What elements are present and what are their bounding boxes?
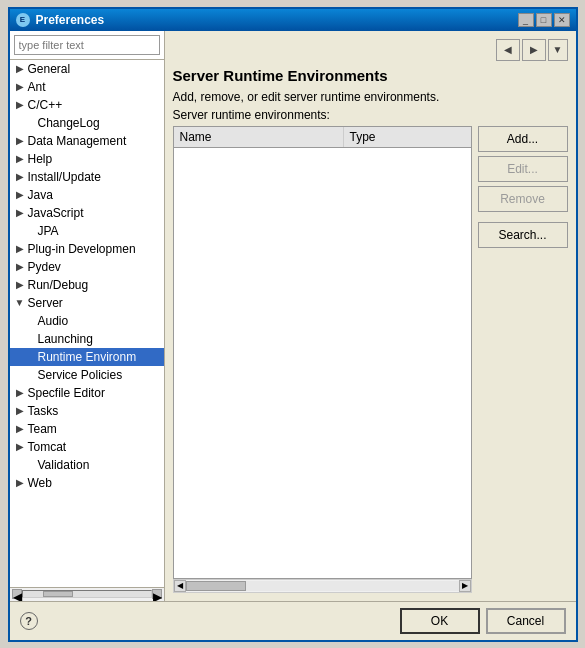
sidebar-item-runtime-env[interactable]: Runtime Environm [10,348,164,366]
scroll-left-arrow[interactable]: ◀ [12,589,22,599]
filter-box [10,31,164,60]
expand-arrow-ant: ▶ [14,81,26,93]
expand-arrow-install: ▶ [14,171,26,183]
expand-arrow-pydev: ▶ [14,261,26,273]
back-button[interactable]: ◀ [496,39,520,61]
edit-button[interactable]: Edit... [478,156,568,182]
scroll-thumb[interactable] [43,591,73,597]
expand-arrow-web: ▶ [14,477,26,489]
sidebar-item-team[interactable]: ▶ Team [10,420,164,438]
expand-arrow-specfile: ▶ [14,387,26,399]
sidebar-label-help: Help [28,152,53,166]
preferences-dropdown-button[interactable]: ▼ [548,39,568,61]
window-title: Preferences [36,13,105,27]
sidebar-item-pydev[interactable]: ▶ Pydev [10,258,164,276]
sidebar-label-install: Install/Update [28,170,101,184]
scroll-track [22,590,152,598]
column-type: Type [344,127,471,147]
sidebar-horizontal-scrollbar[interactable]: ◀ ▶ [10,587,164,601]
sidebar-label-cpp: C/C++ [28,98,63,112]
sidebar-label-team: Team [28,422,57,436]
sidebar-label-validation: Validation [38,458,90,472]
sidebar-item-jpa[interactable]: JPA [10,222,164,240]
sidebar-label-web: Web [28,476,52,490]
help-button[interactable]: ? [20,612,38,630]
expand-arrow-rundebug: ▶ [14,279,26,291]
title-bar: E Preferences _ □ ✕ [10,9,576,31]
sidebar-item-specfile[interactable]: ▶ Specfile Editor [10,384,164,402]
sidebar-item-cpp[interactable]: ▶ C/C++ [10,96,164,114]
sidebar-label-javascript: JavaScript [28,206,84,220]
sidebar-item-plugin[interactable]: ▶ Plug-in Developmen [10,240,164,258]
page-title: Server Runtime Environments [173,67,568,84]
close-button[interactable]: ✕ [554,13,570,27]
title-bar-buttons: _ □ ✕ [518,13,570,27]
sidebar-item-service-policies[interactable]: Service Policies [10,366,164,384]
sidebar-label-java: Java [28,188,53,202]
table-body [174,148,471,575]
sidebar-item-web[interactable]: ▶ Web [10,474,164,492]
sidebar-label-service-policies: Service Policies [38,368,123,382]
sidebar-item-install[interactable]: ▶ Install/Update [10,168,164,186]
table-container[interactable]: Name Type [173,126,472,579]
expand-arrow-server: ▼ [14,297,26,309]
h-scroll-right[interactable]: ▶ [459,580,471,592]
sidebar-label-specfile: Specfile Editor [28,386,105,400]
search-button[interactable]: Search... [478,222,568,248]
h-scroll-left[interactable]: ◀ [174,580,186,592]
expand-arrow-cpp: ▶ [14,99,26,111]
sidebar-item-data-mgmt[interactable]: ▶ Data Management [10,132,164,150]
sidebar-item-tomcat[interactable]: ▶ Tomcat [10,438,164,456]
window-icon: E [16,13,30,27]
sidebar-item-rundebug[interactable]: ▶ Run/Debug [10,276,164,294]
nav-area: ◀ ▶ ▼ [173,39,568,61]
sidebar-label-changelog: ChangeLog [38,116,100,130]
sidebar-item-javascript[interactable]: ▶ JavaScript [10,204,164,222]
sidebar-item-general[interactable]: ▶ General [10,60,164,78]
h-scroll-thumb[interactable] [186,581,246,591]
footer: ? OK Cancel [10,601,576,640]
sidebar-label-rundebug: Run/Debug [28,278,89,292]
footer-left: ? [20,612,38,630]
expand-arrow-tasks: ▶ [14,405,26,417]
expand-arrow-tomcat: ▶ [14,441,26,453]
action-buttons-column: Add... Edit... Remove Search... [478,126,568,593]
sidebar-label-jpa: JPA [38,224,59,238]
maximize-button[interactable]: □ [536,13,552,27]
sidebar-label-launching: Launching [38,332,93,346]
table-horizontal-scrollbar[interactable]: ◀ ▶ [173,579,472,593]
sidebar-item-tasks[interactable]: ▶ Tasks [10,402,164,420]
cancel-button[interactable]: Cancel [486,608,566,634]
sidebar-item-changelog[interactable]: ChangeLog [10,114,164,132]
expand-arrow-general: ▶ [14,63,26,75]
sidebar-label-tasks: Tasks [28,404,59,418]
sidebar-label-tomcat: Tomcat [28,440,67,454]
sidebar-item-validation[interactable]: Validation [10,456,164,474]
remove-button[interactable]: Remove [478,186,568,212]
scroll-right-arrow[interactable]: ▶ [152,589,162,599]
sidebar-label-pydev: Pydev [28,260,61,274]
sidebar-item-launching[interactable]: Launching [10,330,164,348]
table-wrapper: Name Type ◀ ▶ [173,126,472,593]
sidebar-item-audio[interactable]: Audio [10,312,164,330]
minimize-button[interactable]: _ [518,13,534,27]
add-button[interactable]: Add... [478,126,568,152]
sidebar-item-help[interactable]: ▶ Help [10,150,164,168]
expand-arrow-javascript: ▶ [14,207,26,219]
expand-arrow-help: ▶ [14,153,26,165]
expand-arrow-data: ▶ [14,135,26,147]
page-description: Add, remove, or edit server runtime envi… [173,90,568,104]
sidebar-label-audio: Audio [38,314,69,328]
sidebar-label-general: General [28,62,71,76]
filter-input[interactable] [14,35,160,55]
ok-button[interactable]: OK [400,608,480,634]
table-actions-row: Name Type ◀ ▶ Add... Edi [173,126,568,593]
sidebar-item-java[interactable]: ▶ Java [10,186,164,204]
sidebar-item-ant[interactable]: ▶ Ant [10,78,164,96]
expand-arrow-java: ▶ [14,189,26,201]
table-header: Name Type [174,127,471,148]
sidebar-item-server[interactable]: ▼ Server [10,294,164,312]
forward-button[interactable]: ▶ [522,39,546,61]
sidebar: ▶ General ▶ Ant ▶ C/C++ ChangeLog ▶ Data… [10,31,165,601]
sidebar-tree: ▶ General ▶ Ant ▶ C/C++ ChangeLog ▶ Data… [10,60,164,587]
